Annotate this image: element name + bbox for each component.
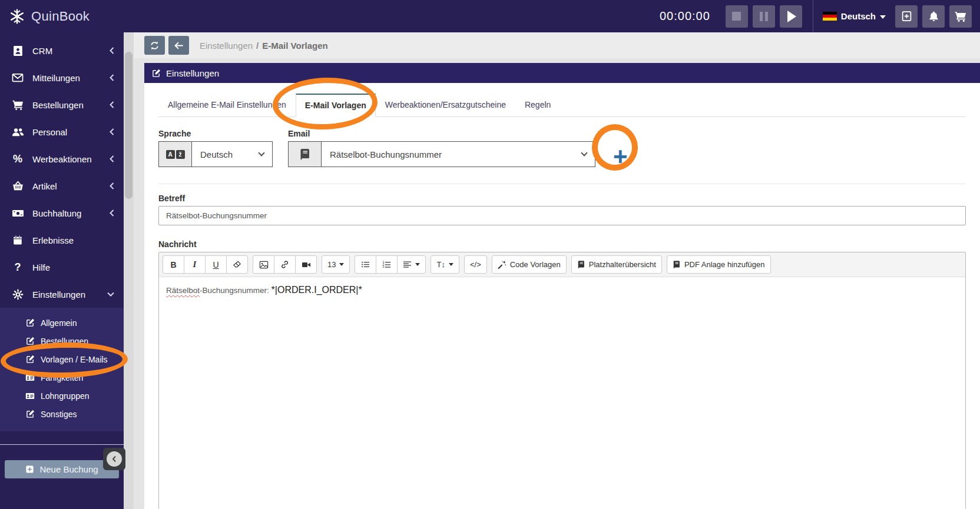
- pdf-attachment-button[interactable]: PDF Anlage hinzufügen: [667, 255, 771, 274]
- page-scrollbar[interactable]: [124, 32, 134, 509]
- users-icon: [11, 126, 25, 138]
- submenu-item-sonstiges[interactable]: Sonstiges: [0, 405, 124, 423]
- line-height-dropdown[interactable]: T↕: [431, 255, 459, 274]
- underline-button[interactable]: U: [205, 255, 227, 274]
- email-template-select[interactable]: Rätselbot-Buchungsnummer: [321, 141, 595, 167]
- sidebar-item-label: Artikel: [32, 181, 110, 191]
- sidebar-item-bestellungen[interactable]: Bestellungen: [0, 91, 124, 118]
- book-addon-icon: [288, 141, 321, 167]
- chevron-down-icon: [880, 15, 886, 19]
- caret-down-icon: [415, 263, 420, 266]
- sidebar-item-einstellungen[interactable]: Einstellungen: [0, 281, 124, 308]
- placeholder-overview-button[interactable]: Platzhalterübersicht: [571, 255, 662, 274]
- bold-button[interactable]: B: [163, 255, 184, 274]
- sidebar-item-artikel[interactable]: Artikel: [0, 172, 124, 199]
- font-size-dropdown[interactable]: 13: [322, 255, 350, 274]
- envelope-icon: [11, 72, 25, 84]
- submenu-item-faehigkeiten[interactable]: Fähigkeiten: [0, 368, 124, 387]
- sidebar-collapse-button[interactable]: [103, 448, 125, 470]
- timer-play-button[interactable]: [780, 5, 802, 28]
- sprache-select[interactable]: Deutsch: [191, 141, 273, 167]
- language-selector[interactable]: Deutsch: [823, 11, 886, 21]
- stop-icon: [732, 12, 741, 21]
- pause-icon: [760, 12, 768, 21]
- timer-pause-button[interactable]: [753, 5, 775, 28]
- insert-link-button[interactable]: [274, 255, 296, 274]
- cart-button[interactable]: [949, 5, 972, 28]
- quinbook-logo-icon: [8, 8, 26, 25]
- submenu-item-allgemein[interactable]: Allgemein: [0, 314, 124, 332]
- betreff-input[interactable]: Rätselbot-Buchungsnummer: [158, 206, 966, 225]
- quick-add-button[interactable]: [895, 5, 918, 28]
- email-label: Email: [288, 129, 595, 138]
- settings-submenu: Allgemein Bestellungen Vorlagen / E-Mail…: [0, 308, 124, 431]
- topbar-divider: [813, 0, 813, 32]
- settings-tabs: Allgemeine E-Mail Einstellungen E-Mail V…: [158, 94, 966, 117]
- list-ol-icon: 123: [382, 260, 391, 269]
- sidebar-item-personal[interactable]: Personal: [0, 118, 124, 145]
- nachricht-field: Nachricht B I U: [158, 239, 966, 509]
- tab-email-vorlagen[interactable]: E-Mail Vorlagen: [296, 94, 376, 117]
- breadcrumb-parent[interactable]: Einstellungen: [200, 41, 253, 51]
- paragraph-align-dropdown[interactable]: [397, 255, 426, 274]
- submenu-item-lohngruppen[interactable]: Lohngruppen: [0, 387, 124, 405]
- scrollbar-thumb[interactable]: [125, 52, 133, 199]
- sidebar-item-buchhaltung[interactable]: Buchhaltung: [0, 199, 124, 227]
- submenu-item-label: Allgemein: [41, 318, 77, 328]
- image-icon: [259, 260, 269, 270]
- list-ul-icon: [361, 260, 370, 269]
- unordered-list-button[interactable]: [355, 255, 376, 274]
- insert-image-button[interactable]: [253, 255, 274, 274]
- notifications-button[interactable]: [922, 5, 945, 28]
- plus-square-icon: [25, 465, 34, 474]
- sidebar-item-werbeaktionen[interactable]: % Werbeaktionen: [0, 145, 124, 172]
- sidebar-item-crm[interactable]: CRM: [0, 37, 124, 64]
- section-divider: [158, 184, 966, 184]
- chevron-left-icon: [110, 74, 114, 81]
- email-template-selected-value: Rätselbot-Buchungsnummer: [330, 149, 442, 159]
- new-booking-button[interactable]: Neue Buchung: [5, 460, 119, 478]
- tab-regeln[interactable]: Regeln: [515, 94, 560, 117]
- address-book-icon: [11, 45, 25, 56]
- clear-format-button[interactable]: [226, 255, 248, 274]
- sidebar-item-label: CRM: [32, 46, 110, 56]
- tab-allgemeine-email-einstellungen[interactable]: Allgemeine E-Mail Einstellungen: [158, 94, 296, 117]
- tab-werbeaktionen-ersatzgutscheine[interactable]: Werbeaktionen/Ersatzgutscheine: [376, 94, 515, 117]
- question-icon: ?: [11, 262, 25, 272]
- line-height-icon: T↕: [436, 260, 445, 269]
- email-field: Email Rätselbot-Buchungsnummer: [288, 129, 595, 167]
- message-text: Rätselbot-Buchungsnummer: *|ORDER.I_ORDE…: [166, 285, 958, 295]
- play-icon: [787, 11, 796, 22]
- add-template-button[interactable]: +: [611, 146, 630, 167]
- gear-icon: [11, 289, 25, 300]
- sidebar-item-hilfe[interactable]: ? Hilfe: [0, 254, 124, 281]
- submenu-item-bestellungen[interactable]: Bestellungen: [0, 332, 124, 350]
- pencil-square-icon: [25, 355, 35, 364]
- italic-button[interactable]: I: [184, 255, 206, 274]
- placeholder-overview-label: Platzhalterübersicht: [589, 260, 656, 269]
- back-button[interactable]: [168, 36, 189, 55]
- sidebar-item-label: Erlebnisse: [32, 235, 114, 245]
- chevron-left-icon: [110, 101, 114, 108]
- code-templates-button[interactable]: Code Vorlagen: [492, 255, 567, 274]
- code-view-button[interactable]: </>: [464, 255, 487, 274]
- sidebar-item-label: Einstellungen: [32, 290, 107, 300]
- sidebar-item-erlebnisse[interactable]: Erlebnisse: [0, 227, 124, 254]
- editor-content-area[interactable]: Rätselbot-Buchungsnummer: *|ORDER.I_ORDE…: [159, 277, 965, 509]
- sidebar-item-label: Bestellungen: [32, 100, 110, 110]
- chevron-left-icon: [110, 209, 114, 217]
- insert-video-button[interactable]: [295, 255, 317, 274]
- ordered-list-button[interactable]: 123: [376, 255, 398, 274]
- breadcrumb-bar: Einstellungen/E-Mail Vorlagen: [134, 32, 980, 58]
- sidebar-item-mitteilungen[interactable]: Mitteilungen: [0, 64, 124, 91]
- caret-down-icon: [449, 263, 453, 266]
- submenu-item-vorlagen-emails[interactable]: Vorlagen / E-Mails: [0, 350, 124, 368]
- sprache-label: Sprache: [158, 129, 273, 138]
- submenu-item-label: Sonstiges: [41, 410, 77, 419]
- submenu-item-label: Bestellungen: [41, 337, 88, 346]
- refresh-button[interactable]: [144, 36, 165, 55]
- sidebar-item-label: Personal: [32, 127, 110, 137]
- time-tracker-display: 00:00:00: [660, 9, 710, 23]
- pencil-square-icon: [25, 337, 35, 345]
- timer-stop-button[interactable]: [726, 5, 748, 28]
